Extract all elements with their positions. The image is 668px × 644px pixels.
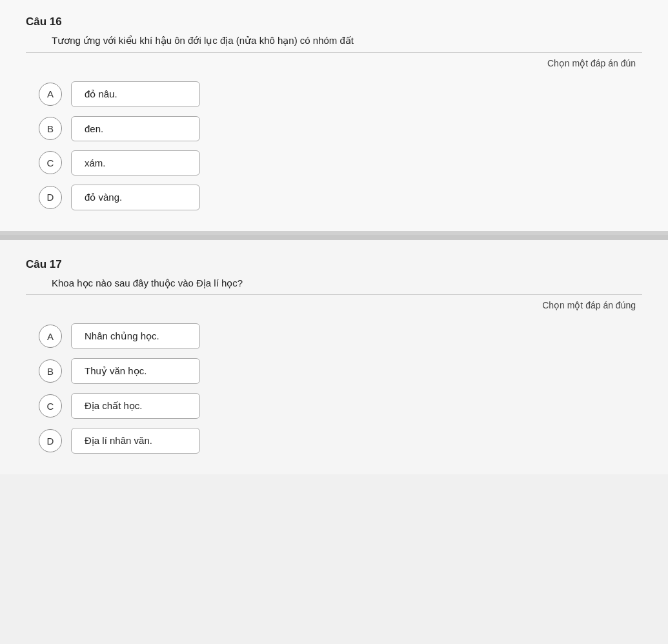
q16-option-row-d[interactable]: Dđỏ vàng. [39,185,642,210]
q16-option-row-b[interactable]: Bđen. [39,116,642,141]
question-16-section: Câu 16 Tương ứng với kiểu khí hậu ôn đới… [0,0,668,235]
q17-option-circle-a[interactable]: A [39,325,62,348]
question-17-section: Câu 17 Khoa học nào sau đây thuộc vào Đị… [0,240,668,475]
q16-option-circle-d[interactable]: D [39,186,62,209]
q16-option-box-c[interactable]: xám. [71,150,200,176]
q17-option-row-a[interactable]: ANhân chủng học. [39,323,642,349]
question-16-number: Câu 16 [26,15,642,28]
q16-option-box-a[interactable]: đỏ nâu. [71,81,200,107]
q16-option-circle-c[interactable]: C [39,151,62,174]
q16-option-box-b[interactable]: đen. [71,116,200,141]
question-17-choose-label: Chọn một đáp án đúng [26,294,642,310]
q17-option-row-c[interactable]: CĐịa chất học. [39,393,642,419]
question-16-choose-label: Chọn một đáp án đún [26,52,642,68]
q17-option-circle-b[interactable]: B [39,359,62,383]
q16-option-circle-b[interactable]: B [39,117,62,140]
question-17-number: Câu 17 [26,258,642,271]
question-17-text: Khoa học nào sau đây thuộc vào Địa lí họ… [52,276,642,291]
question-17-options: ANhân chủng học.BThuỷ văn học.CĐịa chất … [39,323,642,454]
q17-option-box-d[interactable]: Địa lí nhân văn. [71,428,200,454]
q17-option-row-b[interactable]: BThuỷ văn học. [39,358,642,384]
q17-option-box-c[interactable]: Địa chất học. [71,393,200,419]
q17-option-box-a[interactable]: Nhân chủng học. [71,323,200,349]
q17-option-box-b[interactable]: Thuỷ văn học. [71,358,200,384]
q17-option-circle-c[interactable]: C [39,394,62,418]
q17-option-row-d[interactable]: DĐịa lí nhân văn. [39,428,642,454]
q16-option-row-a[interactable]: Ađỏ nâu. [39,81,642,107]
section-divider [0,235,668,240]
q16-option-row-c[interactable]: Cxám. [39,150,642,176]
q16-option-box-d[interactable]: đỏ vàng. [71,185,200,210]
question-16-options: Ađỏ nâu.Bđen.Cxám.Dđỏ vàng. [39,81,642,210]
question-16-text: Tương ứng với kiểu khí hậu ôn đới lục đị… [52,34,642,48]
q16-option-circle-a[interactable]: A [39,83,62,106]
q17-option-circle-d[interactable]: D [39,429,62,452]
